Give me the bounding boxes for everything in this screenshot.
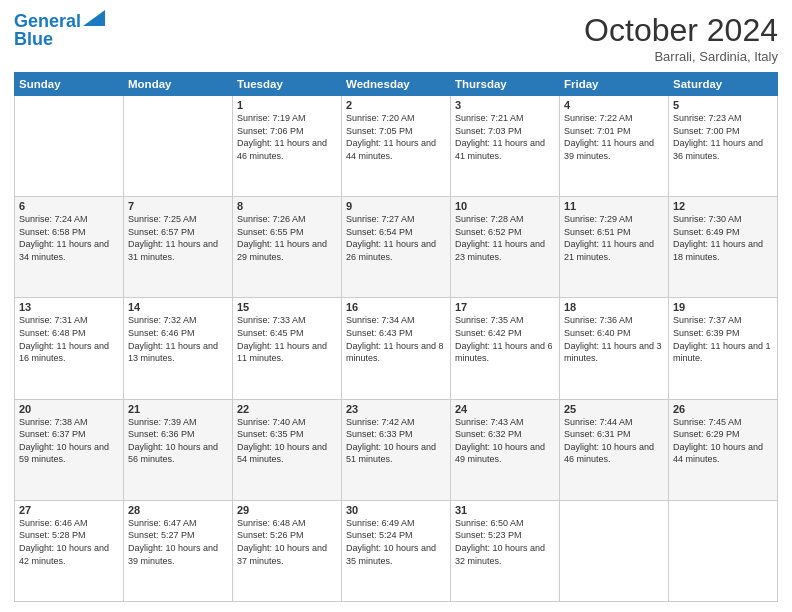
table-row: 24Sunrise: 7:43 AM Sunset: 6:32 PM Dayli… xyxy=(451,399,560,500)
table-row xyxy=(15,96,124,197)
table-row: 31Sunrise: 6:50 AM Sunset: 5:23 PM Dayli… xyxy=(451,500,560,601)
day-info: Sunrise: 7:33 AM Sunset: 6:45 PM Dayligh… xyxy=(237,314,337,364)
table-row: 20Sunrise: 7:38 AM Sunset: 6:37 PM Dayli… xyxy=(15,399,124,500)
calendar-table: Sunday Monday Tuesday Wednesday Thursday… xyxy=(14,72,778,602)
day-number: 19 xyxy=(673,301,773,313)
day-number: 30 xyxy=(346,504,446,516)
calendar-week-4: 27Sunrise: 6:46 AM Sunset: 5:28 PM Dayli… xyxy=(15,500,778,601)
day-number: 4 xyxy=(564,99,664,111)
day-number: 16 xyxy=(346,301,446,313)
subtitle: Barrali, Sardinia, Italy xyxy=(584,49,778,64)
table-row: 2Sunrise: 7:20 AM Sunset: 7:05 PM Daylig… xyxy=(342,96,451,197)
day-info: Sunrise: 7:37 AM Sunset: 6:39 PM Dayligh… xyxy=(673,314,773,364)
day-info: Sunrise: 7:22 AM Sunset: 7:01 PM Dayligh… xyxy=(564,112,664,162)
day-info: Sunrise: 6:50 AM Sunset: 5:23 PM Dayligh… xyxy=(455,517,555,567)
table-row: 23Sunrise: 7:42 AM Sunset: 6:33 PM Dayli… xyxy=(342,399,451,500)
day-info: Sunrise: 7:34 AM Sunset: 6:43 PM Dayligh… xyxy=(346,314,446,364)
page: General Blue October 2024 Barrali, Sardi… xyxy=(0,0,792,612)
day-number: 10 xyxy=(455,200,555,212)
table-row: 15Sunrise: 7:33 AM Sunset: 6:45 PM Dayli… xyxy=(233,298,342,399)
day-info: Sunrise: 7:21 AM Sunset: 7:03 PM Dayligh… xyxy=(455,112,555,162)
day-number: 7 xyxy=(128,200,228,212)
day-number: 28 xyxy=(128,504,228,516)
day-number: 25 xyxy=(564,403,664,415)
day-info: Sunrise: 6:46 AM Sunset: 5:28 PM Dayligh… xyxy=(19,517,119,567)
day-info: Sunrise: 7:45 AM Sunset: 6:29 PM Dayligh… xyxy=(673,416,773,466)
table-row: 17Sunrise: 7:35 AM Sunset: 6:42 PM Dayli… xyxy=(451,298,560,399)
table-row: 22Sunrise: 7:40 AM Sunset: 6:35 PM Dayli… xyxy=(233,399,342,500)
table-row: 28Sunrise: 6:47 AM Sunset: 5:27 PM Dayli… xyxy=(124,500,233,601)
day-info: Sunrise: 7:42 AM Sunset: 6:33 PM Dayligh… xyxy=(346,416,446,466)
col-thursday: Thursday xyxy=(451,73,560,96)
day-number: 21 xyxy=(128,403,228,415)
calendar-week-0: 1Sunrise: 7:19 AM Sunset: 7:06 PM Daylig… xyxy=(15,96,778,197)
day-number: 26 xyxy=(673,403,773,415)
header: General Blue October 2024 Barrali, Sardi… xyxy=(14,12,778,64)
table-row: 7Sunrise: 7:25 AM Sunset: 6:57 PM Daylig… xyxy=(124,197,233,298)
table-row: 5Sunrise: 7:23 AM Sunset: 7:00 PM Daylig… xyxy=(669,96,778,197)
day-number: 27 xyxy=(19,504,119,516)
col-sunday: Sunday xyxy=(15,73,124,96)
table-row xyxy=(560,500,669,601)
day-info: Sunrise: 7:43 AM Sunset: 6:32 PM Dayligh… xyxy=(455,416,555,466)
day-info: Sunrise: 7:27 AM Sunset: 6:54 PM Dayligh… xyxy=(346,213,446,263)
table-row: 9Sunrise: 7:27 AM Sunset: 6:54 PM Daylig… xyxy=(342,197,451,298)
logo-icon xyxy=(83,10,105,26)
day-number: 31 xyxy=(455,504,555,516)
day-info: Sunrise: 7:29 AM Sunset: 6:51 PM Dayligh… xyxy=(564,213,664,263)
day-info: Sunrise: 7:39 AM Sunset: 6:36 PM Dayligh… xyxy=(128,416,228,466)
table-row: 25Sunrise: 7:44 AM Sunset: 6:31 PM Dayli… xyxy=(560,399,669,500)
table-row: 4Sunrise: 7:22 AM Sunset: 7:01 PM Daylig… xyxy=(560,96,669,197)
table-row: 16Sunrise: 7:34 AM Sunset: 6:43 PM Dayli… xyxy=(342,298,451,399)
day-info: Sunrise: 7:38 AM Sunset: 6:37 PM Dayligh… xyxy=(19,416,119,466)
day-number: 13 xyxy=(19,301,119,313)
day-number: 14 xyxy=(128,301,228,313)
table-row: 27Sunrise: 6:46 AM Sunset: 5:28 PM Dayli… xyxy=(15,500,124,601)
day-number: 1 xyxy=(237,99,337,111)
table-row: 1Sunrise: 7:19 AM Sunset: 7:06 PM Daylig… xyxy=(233,96,342,197)
title-block: October 2024 Barrali, Sardinia, Italy xyxy=(584,12,778,64)
col-friday: Friday xyxy=(560,73,669,96)
table-row xyxy=(124,96,233,197)
day-number: 5 xyxy=(673,99,773,111)
calendar-week-1: 6Sunrise: 7:24 AM Sunset: 6:58 PM Daylig… xyxy=(15,197,778,298)
table-row: 6Sunrise: 7:24 AM Sunset: 6:58 PM Daylig… xyxy=(15,197,124,298)
calendar-header-row: Sunday Monday Tuesday Wednesday Thursday… xyxy=(15,73,778,96)
calendar-week-3: 20Sunrise: 7:38 AM Sunset: 6:37 PM Dayli… xyxy=(15,399,778,500)
day-number: 17 xyxy=(455,301,555,313)
table-row: 8Sunrise: 7:26 AM Sunset: 6:55 PM Daylig… xyxy=(233,197,342,298)
day-number: 9 xyxy=(346,200,446,212)
calendar-week-2: 13Sunrise: 7:31 AM Sunset: 6:48 PM Dayli… xyxy=(15,298,778,399)
day-number: 29 xyxy=(237,504,337,516)
day-info: Sunrise: 6:47 AM Sunset: 5:27 PM Dayligh… xyxy=(128,517,228,567)
day-info: Sunrise: 6:49 AM Sunset: 5:24 PM Dayligh… xyxy=(346,517,446,567)
day-number: 18 xyxy=(564,301,664,313)
table-row: 19Sunrise: 7:37 AM Sunset: 6:39 PM Dayli… xyxy=(669,298,778,399)
day-info: Sunrise: 7:31 AM Sunset: 6:48 PM Dayligh… xyxy=(19,314,119,364)
day-number: 15 xyxy=(237,301,337,313)
day-info: Sunrise: 7:36 AM Sunset: 6:40 PM Dayligh… xyxy=(564,314,664,364)
day-info: Sunrise: 7:28 AM Sunset: 6:52 PM Dayligh… xyxy=(455,213,555,263)
day-number: 11 xyxy=(564,200,664,212)
day-number: 22 xyxy=(237,403,337,415)
month-title: October 2024 xyxy=(584,12,778,49)
day-info: Sunrise: 7:32 AM Sunset: 6:46 PM Dayligh… xyxy=(128,314,228,364)
day-number: 20 xyxy=(19,403,119,415)
svg-marker-0 xyxy=(83,10,105,26)
col-wednesday: Wednesday xyxy=(342,73,451,96)
day-info: Sunrise: 7:20 AM Sunset: 7:05 PM Dayligh… xyxy=(346,112,446,162)
table-row: 14Sunrise: 7:32 AM Sunset: 6:46 PM Dayli… xyxy=(124,298,233,399)
table-row xyxy=(669,500,778,601)
day-number: 6 xyxy=(19,200,119,212)
day-info: Sunrise: 7:25 AM Sunset: 6:57 PM Dayligh… xyxy=(128,213,228,263)
day-info: Sunrise: 7:30 AM Sunset: 6:49 PM Dayligh… xyxy=(673,213,773,263)
day-number: 3 xyxy=(455,99,555,111)
col-saturday: Saturday xyxy=(669,73,778,96)
table-row: 26Sunrise: 7:45 AM Sunset: 6:29 PM Dayli… xyxy=(669,399,778,500)
day-info: Sunrise: 6:48 AM Sunset: 5:26 PM Dayligh… xyxy=(237,517,337,567)
day-number: 8 xyxy=(237,200,337,212)
day-info: Sunrise: 7:40 AM Sunset: 6:35 PM Dayligh… xyxy=(237,416,337,466)
day-info: Sunrise: 7:26 AM Sunset: 6:55 PM Dayligh… xyxy=(237,213,337,263)
table-row: 10Sunrise: 7:28 AM Sunset: 6:52 PM Dayli… xyxy=(451,197,560,298)
day-number: 2 xyxy=(346,99,446,111)
